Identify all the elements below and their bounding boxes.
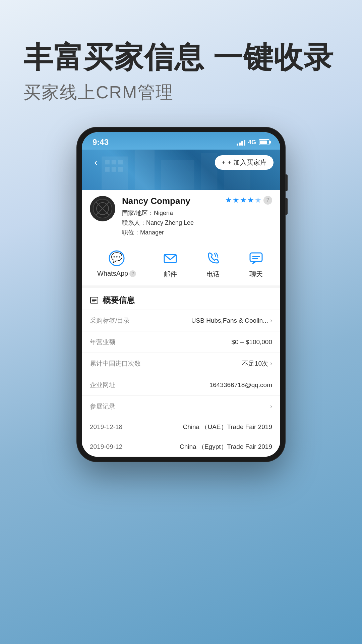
avatar-icon (93, 199, 113, 219)
overview-item-purchase[interactable]: 采购标签/目录 USB Hubs,Fans & Coolin... › (82, 310, 280, 331)
exhibitions-value: › (270, 403, 272, 410)
trade-date-2: 2019-09-12 (90, 443, 122, 450)
overview-title: 概要信息 (103, 295, 135, 306)
chat-action[interactable]: 聊天 (247, 250, 265, 279)
overview-item-revenue: 年营业额 $0 – $100,000 (82, 331, 280, 353)
signal-type: 4G (248, 139, 256, 146)
section-header: 概要信息 (82, 288, 280, 310)
star-2: ★ (233, 196, 239, 205)
overview-item-exhibitions[interactable]: 参展记录 › (82, 396, 280, 417)
phone-frame: 9:43 4G (77, 127, 285, 462)
whatsapp-label: WhatsApp (97, 270, 128, 277)
whatsapp-action[interactable]: 💬 WhatsApp ? (97, 250, 136, 279)
country-value: Nigeria (154, 210, 173, 216)
revenue-value: $0 – $100,000 (231, 338, 272, 346)
signal-bars (237, 139, 245, 146)
action-row: 💬 WhatsApp ? (82, 244, 280, 288)
star-3: ★ (240, 196, 247, 205)
company-info: Nancy Company 国家/地区：Nigeria 联系人：Nancy Zh… (122, 196, 219, 237)
chat-label: 聊天 (249, 270, 263, 279)
signal-bar-2 (239, 143, 241, 146)
back-button[interactable]: ‹ (88, 155, 103, 170)
overview-section: 概要信息 采购标签/目录 USB Hubs,Fans & Coolin... ›… (82, 288, 280, 457)
whatsapp-help-icon[interactable]: ? (129, 270, 136, 277)
imports-value: 不足10次 › (242, 359, 272, 368)
top-section: 丰富买家信息 一键收录 买家线上CRM管理 (0, 0, 362, 121)
star-4: ★ (247, 196, 254, 205)
trade-date-1: 2019-12-18 (90, 423, 122, 431)
country-label: 国家/地区： (122, 210, 154, 216)
company-contact: 联系人：Nancy Zheng Lee (122, 218, 219, 228)
overview-item-imports[interactable]: 累计中国进口次数 不足10次 › (82, 353, 280, 374)
star-rating: ★ ★ ★ ★ ★ (225, 196, 261, 205)
phone-side-button-bottom (285, 198, 288, 215)
position-label: 职位： (122, 229, 140, 236)
status-icons: 4G (237, 139, 269, 146)
chat-icon (247, 250, 265, 267)
signal-bar-4 (244, 140, 245, 146)
battery-icon (259, 139, 269, 145)
purchase-value: USB Hubs,Fans & Coolin... › (191, 317, 272, 324)
phone-action[interactable]: 电话 (204, 250, 222, 279)
whatsapp-icon: 💬 (108, 250, 125, 267)
trade-fair-2: 2019-09-12 China （Egypt）Trade Fair 2019 (82, 437, 280, 457)
status-time: 9:43 (93, 138, 109, 147)
email-action[interactable]: 邮件 (162, 250, 179, 279)
battery-fill (260, 141, 267, 144)
position-value: Manager (140, 229, 164, 236)
phone-label: 电话 (206, 270, 220, 279)
company-avatar (90, 196, 115, 221)
phone-screen: 9:43 4G (82, 132, 280, 457)
phone-icon (204, 250, 222, 267)
overview-item-website: 企业网址 1643366718@qq.com (82, 374, 280, 396)
rating-help-icon[interactable]: ? (263, 196, 272, 205)
svg-text:💬: 💬 (111, 252, 123, 263)
add-buyer-label: + 加入买家库 (228, 158, 267, 167)
chevron-icon: › (270, 317, 272, 324)
signal-bar-1 (237, 144, 238, 146)
company-position: 职位：Manager (122, 228, 219, 237)
exhibitions-label: 参展记录 (90, 402, 115, 411)
company-name: Nancy Company (122, 196, 219, 206)
overview-icon (90, 296, 99, 305)
whatsapp-label-group: WhatsApp ? (97, 270, 136, 277)
phone-mockup: 9:43 4G (77, 127, 285, 462)
website-value: 1643366718@qq.com (209, 381, 272, 389)
contact-value: Nancy Zheng Lee (146, 219, 194, 226)
signal-bar-3 (241, 141, 243, 146)
purchase-label: 采购标签/目录 (90, 316, 130, 325)
status-bar: 9:43 4G (82, 132, 280, 150)
plus-icon: + (222, 159, 226, 166)
company-card: Nancy Company 国家/地区：Nigeria 联系人：Nancy Zh… (82, 189, 280, 244)
add-buyer-button[interactable]: + + 加入买家库 (215, 155, 274, 170)
email-label: 邮件 (164, 270, 177, 279)
chevron-icon-2: › (270, 360, 272, 367)
phone-side-button-top (285, 174, 288, 191)
imports-label: 累计中国进口次数 (90, 359, 141, 368)
email-icon (162, 250, 179, 267)
nav-row: ‹ + + 加入买家库 (82, 150, 280, 175)
chevron-icon-3: › (270, 403, 272, 410)
website-label: 企业网址 (90, 381, 115, 389)
star-1: ★ (225, 196, 232, 205)
trade-fair-1: 2019-12-18 China （UAE）Trade Fair 2019 (82, 417, 280, 437)
main-title: 丰富买家信息 一键收录 (23, 40, 339, 74)
rating-area: ★ ★ ★ ★ ★ ? (225, 196, 272, 205)
trade-name-1: China （UAE）Trade Fair 2019 (183, 423, 272, 431)
sub-title: 买家线上CRM管理 (23, 81, 339, 104)
company-country: 国家/地区：Nigeria (122, 208, 219, 218)
contact-label: 联系人： (122, 219, 146, 226)
svg-rect-18 (250, 253, 262, 262)
revenue-label: 年营业额 (90, 338, 115, 346)
trade-name-2: China （Egypt）Trade Fair 2019 (180, 442, 272, 451)
star-5: ★ (255, 196, 261, 205)
phone-hero-image: ‹ + + 加入买家库 (82, 150, 280, 190)
